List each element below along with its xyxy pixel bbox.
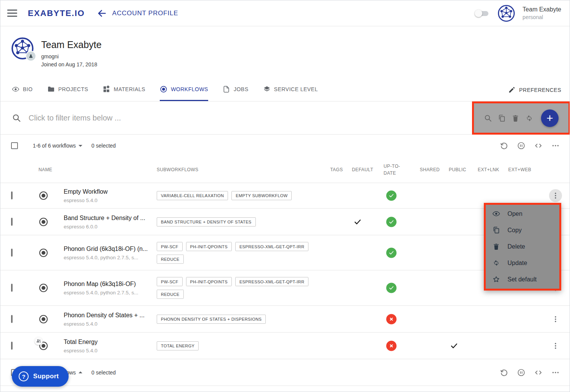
back-arrow-icon[interactable] [97,8,107,18]
subworkflow-chips: PW-SCF PH-INIT-QPOINTS ESPRESSO-XML-GET-… [157,242,317,263]
subworkflow-chip: PH-INIT-QPOINTS [186,277,232,286]
workflow-name[interactable]: Phonon Grid (6k3q18i-OF) (n... [64,245,154,252]
tab-service-level[interactable]: SERVICE LEVEL [263,79,318,101]
header-toggle[interactable] [475,10,490,17]
layers-icon [263,85,271,93]
menu-item-delete[interactable]: Delete [486,238,559,255]
subworkflow-chip: PHONON DENSITY OF STATES + DISPERSIONS [157,315,266,324]
workflow-name[interactable]: Phonon Map (6k3q18i-OF) [64,281,154,288]
up-to-date-badge [386,217,397,227]
subworkflow-chip: BAND STRUCTURE + DENSITY OF STATES [157,217,256,227]
row-menu-button[interactable] [551,315,560,323]
subworkflow-chip: PW-SCF [157,242,183,251]
caret-up-icon [79,371,82,373]
subworkflow-chip: PH-INIT-QPOINTS [186,242,232,251]
out-of-date-badge [386,341,397,351]
row-checkbox[interactable] [11,315,13,323]
profile-name: Team Exabyte [41,39,101,50]
pagination-range[interactable]: 1-6 of 6 workflows [33,143,82,149]
search-button[interactable] [484,114,492,122]
col-header-default: DEFAULT [352,167,373,172]
tab-label: SERVICE LEVEL [274,86,318,92]
history-button[interactable] [500,141,508,150]
tab-workflows[interactable]: WORKFLOWS [160,79,208,101]
row-menu-button[interactable] [551,342,560,350]
filter-input[interactable] [28,113,327,123]
hamburger-menu-icon[interactable] [7,10,17,17]
list-actions-bottom [500,368,560,377]
kebab-menu-icon [551,191,560,200]
select-all-checkbox[interactable] [11,142,18,149]
menu-item-label: Set default [507,276,537,283]
pause-button[interactable] [517,141,525,150]
menu-item-set-default[interactable]: Set default [486,271,559,288]
update-button[interactable] [525,114,533,122]
history-button[interactable] [500,368,508,377]
tab-bio[interactable]: BIO [12,79,33,101]
add-workflow-button[interactable]: + [541,109,559,127]
more-button[interactable] [551,368,560,377]
preferences-label: PREFERENCES [519,87,561,93]
tab-label: WORKFLOWS [171,86,208,92]
up-to-date-badge [386,283,397,293]
row-checkbox[interactable] [11,191,13,199]
shared-people-icon [34,337,43,345]
preferences-button[interactable]: PREFERENCES [508,79,561,101]
tab-projects[interactable]: PROJECTS [47,79,88,101]
subworkflow-chip: REDUCE [157,254,184,263]
row-checkbox[interactable] [11,342,13,350]
workflow-name[interactable]: Phonon Density of States + ... [64,312,154,318]
public-check-icon [450,342,458,350]
account-avatar[interactable] [498,5,515,22]
row-checkbox[interactable] [11,218,13,226]
workflow-icon [39,217,48,227]
menu-item-copy[interactable]: Copy [486,222,559,238]
caret-down-icon [79,145,82,147]
subworkflow-chip: EMPTY SUBWORKFLOW [231,191,292,200]
row-context-menu: Open Copy Delete Update Set default [484,203,561,291]
row-checkbox[interactable] [11,284,13,292]
workflow-name[interactable]: Total Energy [64,338,154,345]
workflow-name[interactable]: Empty Workflow [64,188,154,195]
tab-label: JOBS [234,86,249,92]
profile-joined-date: Joined on Aug 17, 2018 [41,61,97,67]
code-button[interactable] [534,368,543,377]
menu-item-update[interactable]: Update [486,255,559,271]
table-header: NAME SUBWORKFLOWS TAGS DEFAULT UP-TO-DAT… [0,157,570,183]
subworkflow-chip: PW-SCF [157,277,183,286]
up-to-date-badge [386,247,397,258]
subworkflow-chip: REDUCE [157,290,184,299]
pause-button[interactable] [517,368,525,377]
tab-materials[interactable]: MATERIALS [103,79,145,101]
code-button[interactable] [534,141,543,150]
eye-icon [12,85,19,93]
subworkflow-chips: PW-SCF PH-INIT-QPOINTS ESPRESSO-XML-GET-… [157,277,317,299]
tab-label: BIO [23,86,33,92]
tab-jobs[interactable]: JOBS [223,79,249,101]
delete-button[interactable] [511,114,520,122]
support-button[interactable]: ? Support [12,366,69,387]
row-checkbox[interactable] [11,249,13,257]
tab-label: MATERIALS [114,86,145,92]
subworkflow-chips: TOTAL ENERGY [157,341,317,350]
copy-icon [492,226,500,234]
account-meta[interactable]: Team Exabyte personal [523,5,561,21]
account-profile-page: EXABYTE.IO ACCOUNT PROFILE Team Exabyte … [0,0,570,392]
copy-button[interactable] [498,114,506,122]
workflow-name[interactable]: Band Structure + Density of ... [64,214,154,221]
selected-count: 0 selected [92,370,116,376]
col-header-ext-lnk: EXT+LNK [478,167,499,172]
widgets-icon [103,85,110,93]
menu-item-label: Delete [507,243,525,250]
subworkflow-chips: VARIABLE-CELL RELAXATION EMPTY SUBWORKFL… [157,191,317,200]
more-button[interactable] [551,141,560,150]
profile-tabs: BIO PROJECTS MATERIALS WORKFLOWS JOBS SE… [0,79,570,101]
table-row: Total Energy espresso 5.4.0 TOTAL ENERGY [0,333,570,359]
workflow-version: espresso 6.0.0 [64,223,154,229]
row-menu-button[interactable] [549,189,562,202]
profile-avatar [11,37,34,60]
col-header-shared: SHARED [420,167,440,172]
exabyte-logo[interactable]: EXABYTE.IO [28,8,85,18]
subworkflow-chip: VARIABLE-CELL RELAXATION [157,191,228,200]
menu-item-open[interactable]: Open [486,206,559,222]
